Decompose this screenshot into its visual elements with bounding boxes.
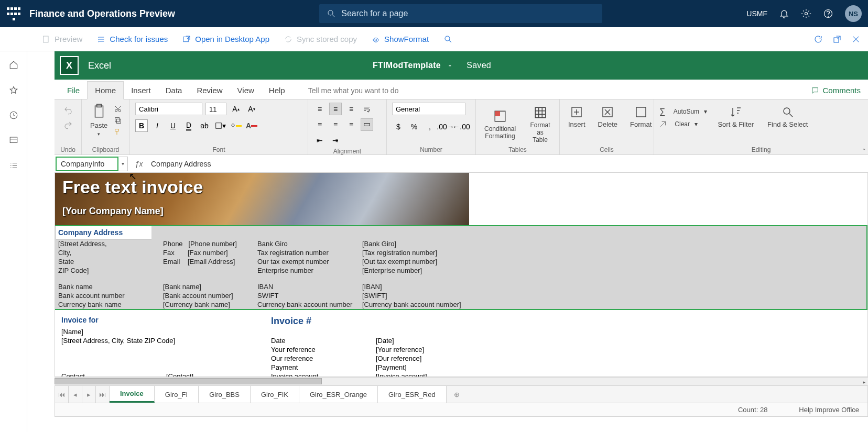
tab-data[interactable]: Data	[158, 82, 190, 99]
clock-icon[interactable]	[8, 110, 19, 120]
close-icon[interactable]	[851, 35, 861, 44]
svg-point-4	[828, 16, 829, 17]
check-issues-button[interactable]: Check for issues	[97, 35, 168, 43]
tab-review[interactable]: Review	[189, 82, 230, 99]
fx-icon[interactable]: ƒx	[133, 160, 145, 168]
align-top-icon[interactable]: ≡	[313, 103, 326, 115]
align-left-icon[interactable]: ≡	[313, 118, 326, 131]
comma-icon[interactable]: ,	[424, 120, 436, 133]
redo-icon[interactable]	[63, 120, 73, 130]
decrease-font-icon[interactable]: A▾	[245, 103, 258, 115]
double-underline-button[interactable]: D	[182, 119, 195, 132]
refresh-icon[interactable]	[813, 35, 823, 44]
sheet-tab-giro-fi[interactable]: Giro_FI	[155, 386, 199, 403]
sheet-tab-giro-bbs[interactable]: Giro_BBS	[199, 386, 251, 403]
merge-icon[interactable]	[361, 118, 373, 131]
company-name-placeholder: [Your Company Name]	[62, 206, 462, 217]
formula-bar[interactable]: Company Address	[150, 160, 868, 168]
align-middle-icon[interactable]: ≡	[329, 103, 342, 115]
worksheet-area[interactable]: Free text invoice [Your Company Name] Co…	[55, 173, 868, 377]
autosum-button[interactable]: ∑ AutoSum ▾	[659, 107, 707, 116]
sheet-tab-giro-esr-orange[interactable]: Giro_ESR_Orange	[299, 386, 378, 403]
company-code[interactable]: USMF	[746, 9, 767, 18]
tab-insert[interactable]: Insert	[124, 82, 158, 99]
sheet-nav-last[interactable]: ⏭	[96, 386, 110, 403]
border-button[interactable]: ▾	[214, 119, 226, 132]
collapse-ribbon-icon[interactable]: ⌃	[862, 148, 866, 153]
insert-cells-button[interactable]: Insert	[565, 105, 589, 129]
bell-icon[interactable]	[779, 8, 789, 19]
tell-me-input[interactable]: Tell me what you want to do	[308, 86, 399, 99]
font-size-select[interactable]	[205, 103, 226, 115]
modules-icon[interactable]	[8, 160, 19, 171]
cut-icon[interactable]	[114, 105, 122, 113]
fill-color-button[interactable]	[230, 119, 242, 132]
tab-help[interactable]: Help	[262, 82, 292, 99]
format-painter-icon[interactable]	[114, 128, 122, 136]
italic-button[interactable]: I	[151, 119, 164, 132]
indent-dec-icon[interactable]: ⇤	[313, 134, 326, 147]
percent-icon[interactable]: %	[408, 120, 420, 133]
popout-icon[interactable]	[832, 35, 842, 44]
avatar[interactable]: NS	[845, 5, 862, 22]
help-improve-link[interactable]: Help Improve Office	[799, 406, 859, 414]
font-color-button[interactable]: A	[245, 119, 258, 132]
invoice-for-header: Invoice for	[59, 315, 164, 327]
star-icon[interactable]	[8, 85, 19, 95]
tab-file[interactable]: File	[60, 82, 87, 99]
format-cells-button[interactable]: Format	[627, 105, 655, 129]
sheet-tab-giro-esr-red[interactable]: Giro_ESR_Red	[378, 386, 447, 403]
conditional-formatting-button[interactable]: Conditional Formatting	[481, 108, 519, 141]
showformat-button[interactable]: ShowFormat	[372, 35, 429, 43]
align-center-icon[interactable]: ≡	[329, 118, 342, 131]
sheet-nav-first[interactable]: ⏮	[55, 386, 69, 403]
search-icon[interactable]	[443, 35, 453, 44]
preview-button[interactable]: Preview	[42, 35, 82, 43]
find-select-button[interactable]: Find & Select	[764, 105, 811, 129]
search-placeholder: Search for a page	[341, 9, 408, 18]
format-as-table-button[interactable]: Format as Table	[526, 105, 554, 145]
name-box[interactable]: CompanyInfo	[56, 157, 118, 171]
strikethrough-button[interactable]: ab	[198, 119, 211, 132]
sheet-tab-invoice[interactable]: Invoice	[110, 386, 155, 403]
dec-decimal-icon[interactable]: ←.00	[455, 120, 468, 133]
underline-button[interactable]: U	[167, 119, 179, 132]
number-format-select[interactable]	[392, 103, 465, 115]
paste-button[interactable]: Paste ▾	[87, 103, 111, 138]
delete-cells-button[interactable]: Delete	[595, 105, 621, 129]
increase-font-icon[interactable]: A▴	[230, 103, 242, 115]
add-sheet-button[interactable]: ⊕	[447, 386, 468, 403]
sheet-nav-prev[interactable]: ◂	[69, 386, 82, 403]
svg-rect-35	[364, 124, 370, 126]
inc-decimal-icon[interactable]: .00→	[439, 120, 452, 133]
search-input[interactable]: Search for a page	[319, 4, 602, 23]
open-desktop-button[interactable]: Open in Desktop App	[182, 35, 269, 43]
gear-icon[interactable]	[801, 8, 811, 19]
name-box-dropdown[interactable]: ▾	[118, 157, 128, 171]
tab-home[interactable]: Home	[87, 81, 124, 99]
bold-button[interactable]: B	[135, 119, 148, 132]
font-select[interactable]	[135, 103, 202, 115]
comments-button[interactable]: Comments	[804, 82, 868, 99]
tab-view[interactable]: View	[230, 82, 262, 99]
sheet-nav-next[interactable]: ▸	[82, 386, 96, 403]
clear-button[interactable]: Clear ▾	[659, 120, 707, 128]
align-right-icon[interactable]: ≡	[345, 118, 357, 131]
help-icon[interactable]	[823, 8, 833, 19]
wrap-text-icon[interactable]	[361, 103, 373, 115]
sheet-tab-giro-fik[interactable]: Giro_FIK	[251, 386, 299, 403]
sort-filter-button[interactable]: Sort & Filter	[714, 105, 757, 129]
indent-inc-icon[interactable]: ⇥	[329, 134, 342, 147]
horizontal-scrollbar[interactable]: ◂ ▸	[55, 377, 868, 385]
home-icon[interactable]	[8, 60, 19, 70]
undo-icon[interactable]	[63, 106, 73, 115]
svg-rect-17	[44, 36, 48, 42]
copy-icon[interactable]	[114, 116, 122, 125]
waffle-icon[interactable]	[6, 6, 21, 21]
company-address-header: Company Address	[56, 226, 151, 239]
workspace-icon[interactable]	[8, 135, 19, 146]
search-icon	[327, 9, 336, 18]
currency-icon[interactable]: $	[392, 120, 405, 133]
align-bottom-icon[interactable]: ≡	[345, 103, 357, 115]
invoice-hero: Free text invoice [Your Company Name]	[55, 173, 469, 225]
